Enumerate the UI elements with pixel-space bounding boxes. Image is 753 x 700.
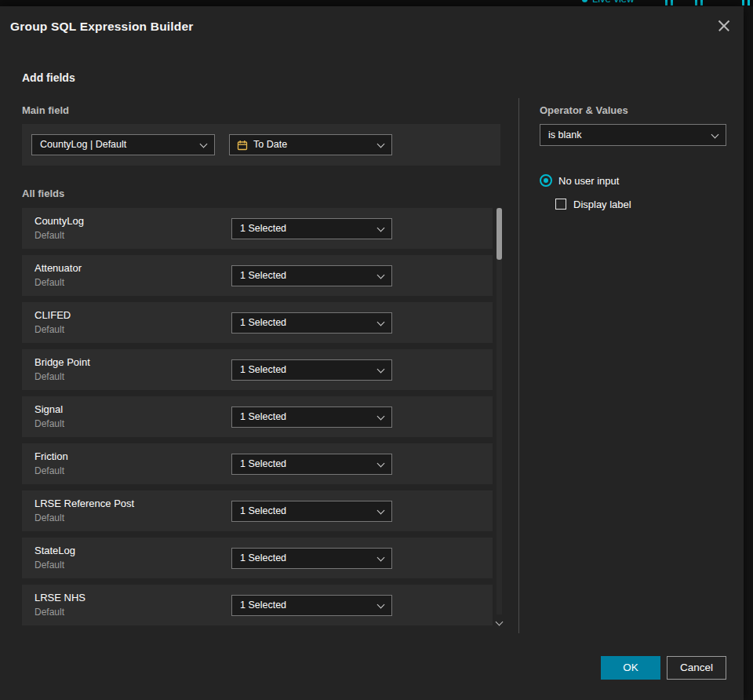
display-label-label: Display label	[573, 199, 631, 210]
field-subtitle: Default	[35, 512, 64, 523]
main-field-select-value: CountyLog | Default	[40, 139, 126, 150]
field-selection-dropdown[interactable]: 1 Selected	[231, 407, 392, 428]
vertical-divider	[518, 98, 519, 633]
main-field-panel: CountyLog | Default To Date	[22, 124, 500, 166]
field-name: CLIFED	[35, 309, 71, 321]
field-selection-value: 1 Selected	[240, 552, 286, 563]
field-subtitle: Default	[35, 277, 64, 288]
app-canvas: Live view Group SQL Expression Builder A…	[0, 0, 753, 700]
close-icon[interactable]	[715, 16, 733, 35]
chevron-down-icon	[377, 366, 385, 374]
field-name: LRSE Reference Post	[35, 498, 134, 509]
field-subtitle: Default	[35, 418, 64, 429]
chevron-down-icon	[377, 601, 385, 609]
all-fields-list: CountyLog Default 1 Selected Attenuator …	[22, 208, 493, 632]
operator-values-label: Operator & Values	[540, 104, 628, 116]
field-row: Bridge Point Default 1 Selected	[22, 349, 493, 390]
main-field-label: Main field	[22, 104, 69, 116]
field-selection-value: 1 Selected	[240, 600, 286, 611]
field-selection-dropdown[interactable]: 1 Selected	[231, 265, 392, 286]
chevron-down-icon	[377, 554, 385, 562]
field-selection-value: 1 Selected	[240, 364, 286, 375]
field-selection-dropdown[interactable]: 1 Selected	[231, 595, 392, 616]
chevron-down-icon	[377, 507, 385, 515]
field-selection-dropdown[interactable]: 1 Selected	[231, 454, 392, 475]
field-name: Attenuator	[35, 262, 82, 274]
chevron-down-icon	[377, 272, 385, 279]
field-selection-dropdown[interactable]: 1 Selected	[231, 312, 392, 334]
chevron-down-icon	[377, 319, 385, 326]
chevron-down-icon	[377, 224, 385, 232]
main-field-value-select[interactable]: To Date	[229, 134, 392, 155]
cancel-button[interactable]: Cancel	[667, 656, 726, 680]
field-selection-value: 1 Selected	[240, 270, 286, 281]
all-fields-label: All fields	[22, 188, 64, 199]
field-row: Friction Default 1 Selected	[22, 443, 493, 484]
no-user-input-radio[interactable]	[540, 174, 552, 187]
scroll-down-arrow-icon[interactable]	[495, 618, 504, 627]
field-name: Signal	[35, 403, 63, 415]
field-selection-dropdown[interactable]: 1 Selected	[231, 501, 392, 522]
field-name: Friction	[35, 450, 68, 462]
dialog-title: Group SQL Expression Builder	[10, 20, 194, 34]
toolbar-bars-icon	[664, 0, 675, 6]
field-subtitle: Default	[35, 230, 64, 241]
chevron-down-icon	[377, 413, 385, 421]
display-label-checkbox[interactable]	[555, 199, 566, 210]
field-name: CountyLog	[35, 215, 84, 227]
no-user-input-label: No user input	[558, 175, 619, 187]
radio-dot-icon	[544, 178, 548, 183]
field-selection-value: 1 Selected	[240, 223, 286, 234]
chevron-down-icon	[711, 131, 719, 139]
chevron-down-icon	[377, 460, 385, 468]
toolbar-bars-icon	[693, 0, 704, 6]
field-subtitle: Default	[35, 371, 64, 382]
field-row: StateLog Default 1 Selected	[22, 538, 493, 578]
field-name: Bridge Point	[35, 356, 90, 368]
ok-button[interactable]: OK	[601, 656, 660, 680]
field-row: Signal Default 1 Selected	[22, 396, 493, 437]
group-sql-expression-builder-dialog: Group SQL Expression Builder Add fields …	[0, 6, 744, 700]
field-selection-value: 1 Selected	[240, 505, 286, 516]
field-selection-dropdown[interactable]: 1 Selected	[231, 218, 392, 239]
field-selection-value: 1 Selected	[240, 458, 286, 469]
field-row: CountyLog Default 1 Selected	[22, 208, 493, 249]
field-subtitle: Default	[35, 560, 64, 571]
background-toolbar: Live view	[0, 0, 753, 6]
calendar-icon	[237, 140, 248, 151]
field-row: CLIFED Default 1 Selected	[22, 302, 493, 343]
list-scrollbar-thumb[interactable]	[497, 208, 502, 260]
live-view-button: Live view	[582, 0, 634, 5]
field-subtitle: Default	[35, 607, 64, 618]
toolbar-bars-icon	[740, 0, 751, 6]
live-view-dot-icon	[582, 0, 587, 2]
field-selection-dropdown[interactable]: 1 Selected	[231, 548, 392, 569]
operator-select-value: is blank	[548, 129, 581, 140]
field-name: StateLog	[35, 545, 75, 556]
live-view-label: Live view	[592, 0, 634, 5]
field-row: LRSE NHS Default 1 Selected	[22, 585, 493, 625]
field-selection-value: 1 Selected	[240, 317, 286, 328]
field-subtitle: Default	[35, 324, 64, 335]
main-field-select[interactable]: CountyLog | Default	[31, 134, 215, 155]
field-name: LRSE NHS	[35, 592, 85, 603]
list-scrollbar-track[interactable]	[497, 208, 502, 614]
main-field-value-select-value: To Date	[253, 139, 287, 150]
chevron-down-icon	[200, 140, 208, 148]
operator-select[interactable]: is blank	[540, 124, 726, 146]
chevron-down-icon	[377, 140, 385, 148]
add-fields-heading: Add fields	[22, 71, 75, 84]
field-selection-value: 1 Selected	[240, 411, 286, 422]
field-row: Attenuator Default 1 Selected	[22, 255, 493, 296]
field-subtitle: Default	[35, 465, 64, 476]
field-selection-dropdown[interactable]: 1 Selected	[231, 359, 392, 381]
field-row: LRSE Reference Post Default 1 Selected	[22, 490, 493, 531]
